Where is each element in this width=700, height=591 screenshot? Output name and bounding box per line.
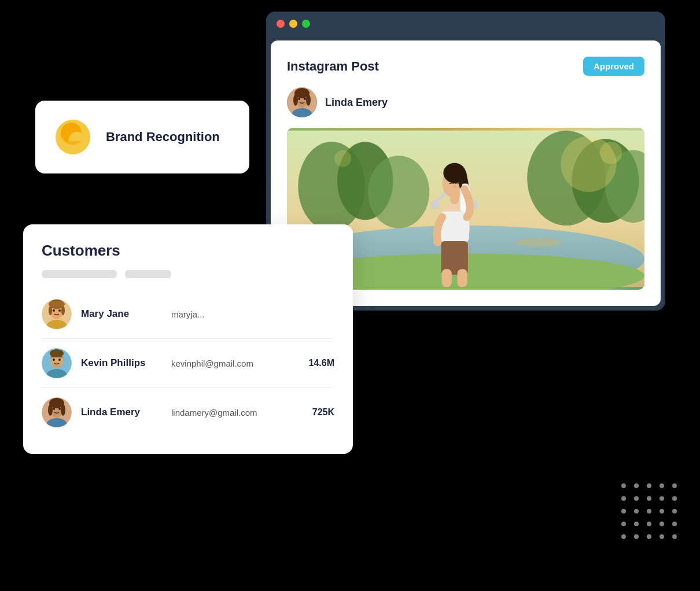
dot bbox=[647, 522, 651, 526]
svg-point-47 bbox=[61, 306, 65, 315]
dot bbox=[647, 509, 651, 514]
dot bbox=[660, 483, 664, 488]
table-row: Linda Emery lindamery@gmail.com 725K bbox=[42, 388, 334, 437]
dot bbox=[634, 534, 639, 539]
svg-point-28 bbox=[453, 185, 456, 187]
dot bbox=[672, 522, 677, 526]
table-row: Mary Jane maryja... bbox=[42, 290, 334, 339]
dot bbox=[621, 522, 626, 526]
traffic-light-red[interactable] bbox=[277, 20, 285, 28]
dot bbox=[672, 496, 677, 501]
svg-point-44 bbox=[58, 309, 61, 312]
brand-name-text: Brand Recognition bbox=[106, 129, 220, 145]
customers-title: Customers bbox=[42, 242, 334, 260]
brand-card: Brand Recognition bbox=[35, 101, 249, 173]
dot bbox=[621, 496, 626, 501]
customer-name-linda: Linda Emery bbox=[81, 407, 162, 418]
dot bbox=[634, 496, 639, 501]
svg-point-46 bbox=[49, 306, 52, 315]
svg-point-53 bbox=[58, 359, 61, 361]
customer-name-kevin: Kevin Phillips bbox=[81, 357, 162, 369]
svg-rect-34 bbox=[458, 269, 467, 287]
svg-point-21 bbox=[430, 201, 439, 209]
instagram-post-title: Instagram Post bbox=[287, 59, 379, 74]
svg-point-6 bbox=[293, 94, 298, 106]
dot bbox=[647, 534, 651, 539]
customer-email-kevin: kevinphil@gmail.com bbox=[171, 359, 290, 368]
svg-rect-33 bbox=[441, 269, 451, 287]
dot bbox=[647, 496, 651, 501]
traffic-light-yellow[interactable] bbox=[289, 20, 297, 28]
svg-point-52 bbox=[53, 359, 55, 361]
svg-point-31 bbox=[433, 239, 442, 246]
svg-point-39 bbox=[69, 132, 85, 148]
customer-avatar-kevin bbox=[42, 348, 72, 378]
dot bbox=[634, 483, 639, 488]
customer-avatar-linda bbox=[42, 397, 72, 427]
instagram-header: Instagram Post Approved bbox=[287, 57, 644, 76]
customers-filter-row bbox=[42, 270, 334, 278]
filter-pill-2[interactable] bbox=[125, 270, 171, 278]
svg-point-11 bbox=[368, 156, 429, 228]
customer-avatar-mary bbox=[42, 299, 72, 329]
dot bbox=[672, 534, 677, 539]
dot bbox=[647, 483, 651, 488]
customer-name-mary: Mary Jane bbox=[81, 308, 162, 320]
customer-email-linda: lindamery@gmail.com bbox=[171, 408, 290, 418]
customer-email-mary: maryja... bbox=[171, 309, 290, 319]
customer-stat-linda: 725K bbox=[300, 407, 334, 418]
dot bbox=[621, 509, 626, 514]
svg-point-7 bbox=[306, 94, 311, 106]
dot bbox=[634, 509, 639, 514]
filter-pill-1[interactable] bbox=[42, 270, 117, 278]
svg-point-17 bbox=[516, 238, 561, 246]
approved-badge: Approved bbox=[583, 57, 644, 76]
dot bbox=[660, 534, 664, 539]
traffic-light-green[interactable] bbox=[302, 20, 310, 28]
customer-stat-kevin: 14.6M bbox=[300, 358, 334, 368]
dot bbox=[672, 483, 677, 488]
dot bbox=[660, 522, 664, 526]
brand-logo bbox=[53, 117, 93, 157]
dot bbox=[660, 509, 664, 514]
post-user-avatar bbox=[287, 87, 317, 117]
post-user-name: Linda Emery bbox=[325, 97, 388, 109]
svg-rect-55 bbox=[53, 364, 61, 367]
dot bbox=[672, 509, 677, 514]
dot bbox=[660, 496, 664, 501]
dot bbox=[621, 534, 626, 539]
svg-point-62 bbox=[48, 404, 53, 416]
svg-point-36 bbox=[600, 142, 622, 164]
table-row: Kevin Phillips kevinphil@gmail.com 14.6M bbox=[42, 339, 334, 388]
svg-point-63 bbox=[61, 404, 65, 416]
dot bbox=[621, 483, 626, 488]
customers-card: Customers Mary J bbox=[23, 224, 353, 454]
dot-grid bbox=[621, 483, 677, 539]
svg-point-48 bbox=[49, 301, 65, 308]
svg-point-43 bbox=[53, 309, 55, 312]
svg-point-35 bbox=[334, 150, 351, 167]
post-user-row: Linda Emery bbox=[287, 87, 644, 117]
dot bbox=[634, 522, 639, 526]
browser-titlebar bbox=[266, 12, 665, 36]
